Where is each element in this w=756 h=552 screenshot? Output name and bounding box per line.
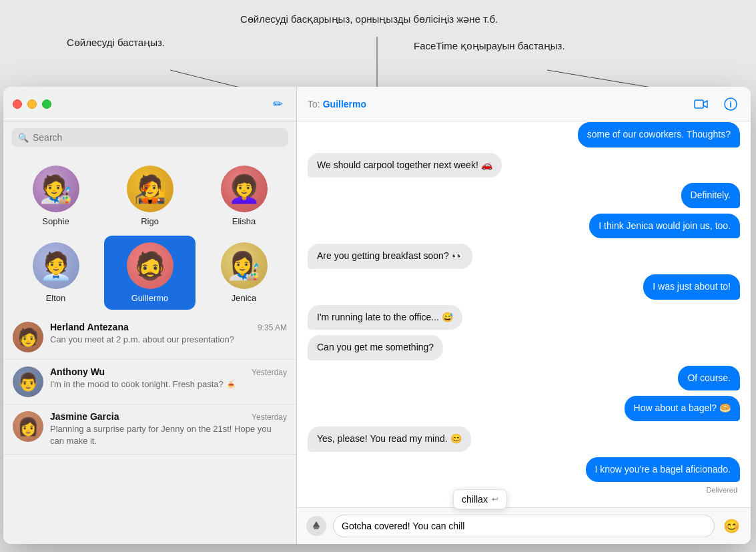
- message-row-4: I think Jenica would join us, too.: [308, 214, 740, 239]
- message-input[interactable]: [333, 515, 715, 537]
- conv-avatar-anthony: 👨: [13, 366, 43, 397]
- message-row-7: I'm running late to the office... 😅: [308, 305, 740, 330]
- messages-window: ✏ 🔍 🧑‍🎨 Sophie 🧑‍🎤 Rigo 👩‍🦱 Elisha 🧑‍💼 E…: [3, 87, 751, 544]
- svg-rect-3: [695, 100, 703, 108]
- sidebar: ✏ 🔍 🧑‍🎨 Sophie 🧑‍🎤 Rigo 👩‍🦱 Elisha 🧑‍💼 E…: [3, 87, 297, 544]
- conv-header-jasmine: Jasmine Garcia Yesterday: [50, 411, 287, 422]
- conv-time-jasmine: Yesterday: [252, 412, 287, 422]
- svg-line-2: [547, 70, 707, 87]
- conv-content-jasmine: Jasmine Garcia Yesterday Planning a surp…: [50, 411, 287, 447]
- svg-line-0: [170, 70, 277, 87]
- message-row-2: We should carpool together next week! 🚗: [308, 153, 740, 178]
- bubble-3: Definitely.: [681, 183, 740, 208]
- bubble-10: How about a bagel? 🥯: [625, 396, 740, 421]
- conv-name-anthony: Anthony Wu: [50, 366, 105, 377]
- bubble-4: I think Jenica would join us, too.: [589, 214, 740, 239]
- pinned-contacts-grid: 🧑‍🎨 Sophie 🧑‍🎤 Rigo 👩‍🦱 Elisha 🧑‍💼 Elton…: [3, 154, 296, 315]
- avatar-guillermo: 🧔: [127, 242, 173, 289]
- pinned-contact-rigo[interactable]: 🧑‍🎤 Rigo: [104, 159, 196, 233]
- autocorrect-popup[interactable]: chillax ↩: [453, 489, 507, 509]
- input-area: chillax ↩ 😊: [297, 507, 751, 544]
- traffic-lights: [13, 99, 51, 109]
- close-button[interactable]: [13, 99, 22, 109]
- conv-preview-anthony: I'm in the mood to cook tonight. Fresh p…: [50, 378, 287, 390]
- bubble-6: I was just about to!: [643, 274, 740, 300]
- emoji-button[interactable]: 😊: [721, 516, 741, 536]
- message-row-11: Yes, please! You read my mind. 😊: [308, 427, 740, 452]
- search-icon: 🔍: [18, 133, 29, 143]
- conv-avatar-jasmine: 👩: [13, 411, 43, 442]
- compose-button[interactable]: ✏: [268, 95, 287, 113]
- pinned-contact-elton[interactable]: 🧑‍💼 Elton: [10, 236, 101, 310]
- conv-avatar-herland: 🧑: [13, 322, 43, 352]
- bubble-1: some of our coworkers. Thoughts?: [578, 122, 740, 148]
- message-row-8: Can you get me something?: [308, 335, 740, 360]
- message-row-1: some of our coworkers. Thoughts?: [308, 122, 740, 148]
- pinned-contact-guillermo[interactable]: 🧔 Guillermo: [104, 236, 196, 310]
- conversation-anthony[interactable]: 👨 Anthony Wu Yesterday I'm in the mood t…: [3, 360, 296, 404]
- messages-container: some of our coworkers. Thoughts? We shou…: [297, 121, 751, 507]
- conv-preview-jasmine: Planning a surprise party for Jenny on t…: [50, 423, 287, 447]
- annotation-manage-convo: Сөйлесуді басқарыңыз, орныңызды бөлісіңі…: [240, 13, 498, 25]
- titlebar: ✏: [3, 87, 296, 121]
- conversation-list: 🧑 Herland Antezana 9:35 AM Can you meet …: [3, 315, 296, 544]
- facetime-video-button[interactable]: [692, 95, 711, 113]
- contact-name-jenica: Jenica: [232, 293, 257, 303]
- svg-text:i: i: [729, 99, 732, 109]
- avatar-sophie: 🧑‍🎨: [33, 166, 79, 212]
- message-input-wrapper: chillax ↩: [333, 515, 715, 537]
- avatar-elisha: 👩‍🦱: [221, 166, 268, 212]
- chat-area: To: Guillermo i some of: [297, 87, 751, 544]
- bubble-11: Yes, please! You read my mind. 😊: [308, 427, 471, 452]
- autocorrect-dismiss-icon: ↩: [492, 495, 498, 504]
- chat-recipient: Guillermo: [323, 99, 692, 109]
- bubble-5: Are you getting breakfast soon? 👀: [308, 244, 472, 269]
- contact-name-elisha: Elisha: [232, 216, 256, 226]
- contact-name-sophie: Sophie: [42, 216, 69, 226]
- autocorrect-suggestion: chillax: [462, 494, 488, 505]
- message-row-6: I was just about to!: [308, 274, 740, 300]
- details-button[interactable]: i: [721, 95, 740, 113]
- contact-name-guillermo: Guillermo: [131, 293, 169, 303]
- search-bar: 🔍: [11, 128, 288, 147]
- pinned-contact-elisha[interactable]: 👩‍🦱 Elisha: [198, 159, 290, 233]
- bubble-8: Can you get me something?: [308, 335, 443, 360]
- to-label: To:: [308, 99, 320, 109]
- conv-header-herland: Herland Antezana 9:35 AM: [50, 322, 287, 332]
- pinned-contact-sophie[interactable]: 🧑‍🎨 Sophie: [10, 159, 101, 233]
- conversation-jasmine[interactable]: 👩 Jasmine Garcia Yesterday Planning a su…: [3, 404, 296, 455]
- conv-content-anthony: Anthony Wu Yesterday I'm in the mood to …: [50, 366, 287, 390]
- bubble-2: We should carpool together next week! 🚗: [308, 153, 502, 178]
- maximize-button[interactable]: [42, 99, 51, 109]
- message-row-3: Definitely.: [308, 183, 740, 208]
- delivered-label: Delivered: [308, 486, 740, 494]
- search-input[interactable]: [33, 132, 282, 143]
- avatar-rigo: 🧑‍🎤: [127, 166, 173, 212]
- message-row-10: How about a bagel? 🥯: [308, 396, 740, 421]
- app-store-button[interactable]: [306, 516, 326, 536]
- conv-name-jasmine: Jasmine Garcia: [50, 411, 119, 422]
- bubble-12: I know you're a bagel aficionado.: [586, 457, 740, 483]
- avatar-elton: 🧑‍💼: [33, 242, 79, 289]
- minimize-button[interactable]: [27, 99, 37, 109]
- bubble-9: Of course.: [678, 366, 740, 391]
- conv-content-herland: Herland Antezana 9:35 AM Can you meet at…: [50, 322, 287, 346]
- bubble-7: I'm running late to the office... 😅: [308, 305, 462, 330]
- conv-time-herland: 9:35 AM: [258, 323, 287, 332]
- annotation-start-convo: Сөйлесуді бастаңыз.: [67, 37, 165, 49]
- message-row-9: Of course.: [308, 366, 740, 391]
- pinned-contact-jenica[interactable]: 👩‍🎨 Jenica: [198, 236, 290, 310]
- annotation-facetime: FaceTime қоңырауын бастаңыз.: [414, 40, 565, 52]
- message-row-5: Are you getting breakfast soon? 👀: [308, 244, 740, 269]
- conv-name-herland: Herland Antezana: [50, 322, 129, 332]
- conv-preview-herland: Can you meet at 2 p.m. about our present…: [50, 334, 287, 346]
- conversation-herland[interactable]: 🧑 Herland Antezana 9:35 AM Can you meet …: [3, 315, 296, 360]
- message-row-12: I know you're a bagel aficionado.: [308, 457, 740, 483]
- conv-time-anthony: Yesterday: [252, 368, 287, 377]
- contact-name-rigo: Rigo: [141, 216, 159, 226]
- header-actions: i: [692, 95, 740, 113]
- conv-header-anthony: Anthony Wu Yesterday: [50, 366, 287, 377]
- contact-name-elton: Elton: [46, 293, 66, 303]
- chat-header: To: Guillermo i: [297, 87, 751, 121]
- avatar-jenica: 👩‍🎨: [221, 242, 268, 289]
